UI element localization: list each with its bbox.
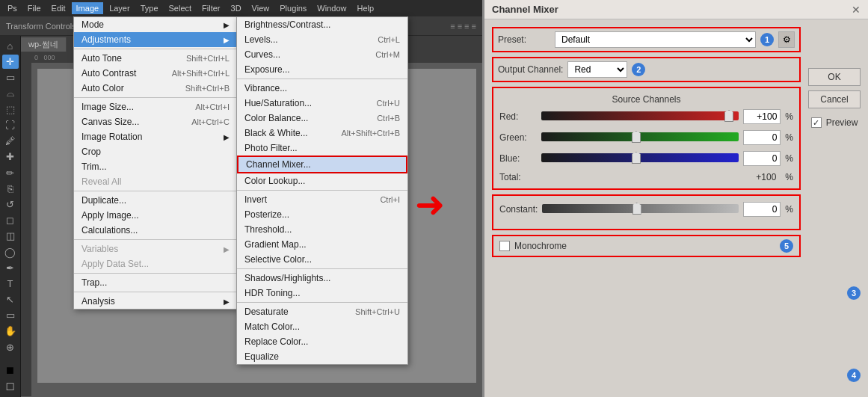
green-value[interactable]: 0 [743,130,781,145]
adj-photo-filter[interactable]: Photo Filter... [237,141,407,156]
history-brush[interactable]: ↺ [2,197,19,212]
menu-type[interactable]: Type [136,2,163,14]
menu-window[interactable]: Window [313,2,351,14]
bg-color[interactable]: □ [2,380,19,394]
adj-posterize[interactable]: Posterize... [237,207,407,222]
adjustments-submenu[interactable]: Brightness/Contrast... Levels... Ctrl+L … [236,16,408,365]
menu-item-auto-tone[interactable]: Auto Tone Shift+Ctrl+L [74,51,237,66]
constant-value[interactable]: 0 [743,202,781,217]
monochrome-checkbox[interactable] [499,241,510,251]
menu-view[interactable]: View [247,2,274,14]
adj-hdr-toning[interactable]: HDR Toning... [237,286,407,301]
hand-tool[interactable]: ✋ [2,324,19,338]
adj-curves[interactable]: Curves... Ctrl+M [237,47,407,62]
adj-selective-color[interactable]: Selective Color... [237,252,407,267]
canvas-tab-item[interactable]: wp-썸네 [21,37,67,52]
menu-item-image-rotation[interactable]: Image Rotation ▶ [74,129,237,144]
gradient-tool[interactable]: ◫ [2,229,19,243]
constant-slider-track[interactable] [542,204,739,213]
adj-threshold[interactable]: Threshold... [237,222,407,237]
adj-hue-saturation[interactable]: Hue/Saturation... Ctrl+U [237,96,407,111]
adj-brightness-contrast[interactable]: Brightness/Contrast... [237,17,407,32]
preset-select[interactable]: Default [555,31,756,48]
menu-item-reveal-all[interactable]: Reveal All [74,174,237,189]
menu-item-trap[interactable]: Trap... [74,275,237,290]
menu-item-canvas-size[interactable]: Canvas Size... Alt+Ctrl+C [74,114,237,129]
adj-desaturate[interactable]: Desaturate Shift+Ctrl+U [237,304,407,319]
red-slider-thumb[interactable] [724,110,733,122]
type-tool[interactable]: T [2,277,19,291]
menu-edit[interactable]: Edit [47,2,70,14]
menu-layer[interactable]: Layer [105,2,135,14]
menu-item-analysis[interactable]: Analysis ▶ [74,294,237,309]
menu-plugins[interactable]: Plugins [275,2,311,14]
red-slider-track[interactable] [541,111,739,120]
menu-item-calculations[interactable]: Calculations... [74,223,237,238]
menu-item-image-size[interactable]: Image Size... Alt+Ctrl+I [74,99,237,114]
gear-button[interactable]: ⚙ [778,31,795,48]
eraser-tool[interactable]: ◻ [2,213,19,227]
options-bar-text: Transform Controls [6,22,76,31]
adj-vibrance[interactable]: Vibrance... [237,81,407,96]
menu-item-auto-contrast[interactable]: Auto Contrast Alt+Shift+Ctrl+L [74,66,237,81]
adj-color-lookup[interactable]: Color Lookup... [237,173,407,188]
menu-image[interactable]: Image [72,2,104,14]
healing-tool[interactable]: ✚ [2,150,19,164]
shape-tool[interactable]: ▭ [2,308,19,322]
adj-replace-color[interactable]: Replace Color... [237,334,407,349]
adj-levels[interactable]: Levels... Ctrl+L [237,32,407,47]
menu-select[interactable]: Select [164,2,197,14]
menu-help[interactable]: Help [352,2,378,14]
path-tool[interactable]: ↖ [2,292,19,307]
adj-black-white[interactable]: Black & White... Alt+Shift+Ctrl+B [237,126,407,141]
menu-item-crop[interactable]: Crop [74,144,237,159]
close-button[interactable]: ✕ [852,4,861,16]
green-slider-track[interactable] [541,132,739,141]
menu-item-trim[interactable]: Trim... [74,159,237,174]
image-menu[interactable]: Mode ▶ Adjustments ▶ Auto Tone Shift+Ctr… [73,16,238,310]
ps-logo[interactable]: Ps [3,2,22,14]
eyedropper-tool[interactable]: 🖉 [2,134,19,148]
preview-checkbox[interactable]: ✓ [811,117,822,128]
menu-item-auto-color[interactable]: Auto Color Shift+Ctrl+B [74,81,237,96]
menu-item-duplicate[interactable]: Duplicate... [74,193,237,208]
output-channel-select[interactable]: Red [567,61,627,78]
menu-file[interactable]: File [23,2,46,14]
cancel-button[interactable]: Cancel [808,90,861,108]
green-slider-thumb[interactable] [632,131,641,143]
menu-item-apply-image[interactable]: Apply Image... [74,208,237,223]
adj-exposure[interactable]: Exposure... [237,62,407,77]
adj-channel-mixer[interactable]: Channel Mixer... [237,156,407,173]
zoom-tool[interactable]: ⊕ [2,340,19,354]
brush-tool[interactable]: ✏ [2,166,19,180]
adj-shadows-highlights[interactable]: Shadows/Highlights... [237,271,407,286]
menu-3d[interactable]: 3D [227,2,246,14]
adj-invert[interactable]: Invert Ctrl+I [237,192,407,207]
pen-tool[interactable]: ✒ [2,261,19,275]
red-value[interactable]: +100 [743,109,781,124]
lasso-tool[interactable]: ⌓ [2,87,19,101]
constant-slider-thumb[interactable] [632,203,641,215]
clone-tool[interactable]: ⎘ [2,182,19,196]
home-tool[interactable]: ⌂ [2,39,19,53]
blue-slider-track[interactable] [541,153,739,162]
adj-equalize[interactable]: Equalize [237,349,407,364]
adj-gradient-map[interactable]: Gradient Map... [237,237,407,252]
menu-item-adjustments[interactable]: Adjustments ▶ [74,32,237,47]
menu-filter[interactable]: Filter [197,2,224,14]
ok-button[interactable]: OK [808,68,861,86]
adj-color-balance[interactable]: Color Balance... Ctrl+B [237,111,407,126]
menu-item-variables[interactable]: Variables ▶ [74,241,237,256]
move-tool[interactable]: ✛ [2,55,19,69]
adj-match-color[interactable]: Match Color... [237,319,407,334]
blue-slider-thumb[interactable] [632,152,641,164]
blue-value[interactable]: 0 [743,151,781,166]
menu-item-mode[interactable]: Mode ▶ [74,17,237,32]
crop-tool[interactable]: ⛶ [2,118,19,132]
toolbar: ⌂ ✛ ▭ ⌓ ⬚ ⛶ 🖉 ✚ ✏ ⎘ ↺ ◻ ◫ ◯ ✒ T ↖ ▭ ✋ ⊕ … [0,36,21,397]
marquee-tool[interactable]: ▭ [2,70,19,84]
object-select-tool[interactable]: ⬚ [2,102,19,117]
menu-item-apply-data[interactable]: Apply Data Set... [74,256,237,271]
foreground-color[interactable]: ■ [2,363,19,378]
dodge-tool[interactable]: ◯ [2,244,19,259]
